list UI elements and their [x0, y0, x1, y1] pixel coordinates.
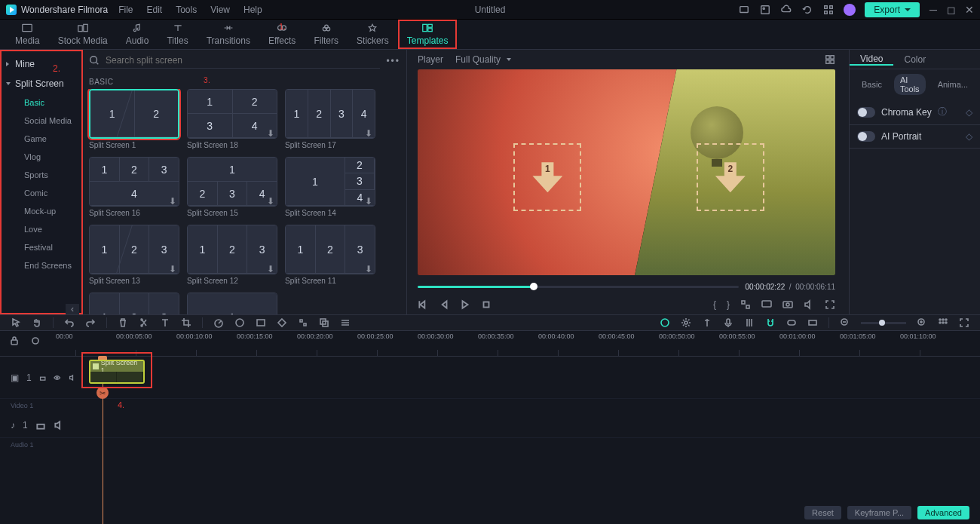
template-thumb[interactable]: 1234⬇ Split Screen 18 [187, 89, 277, 149]
keyframe-icon[interactable] [277, 317, 287, 328]
refresh-icon[interactable] [801, 4, 813, 16]
more-icon[interactable]: ••• [386, 56, 400, 66]
grid-mode-icon[interactable] [825, 54, 835, 65]
minimize-icon[interactable]: ─ [929, 5, 938, 14]
text-icon[interactable] [160, 317, 170, 328]
lock-icon[interactable] [9, 336, 20, 346]
timeline-ruler[interactable]: 00:0000:00:05:0000:00:10:0000:00:15:0000… [0, 331, 980, 357]
ai-icon[interactable] [660, 317, 670, 328]
ribbon-templates[interactable]: Templates [398, 20, 458, 49]
maximize-icon[interactable]: ◻ [947, 5, 956, 14]
subtab-aitools[interactable]: AI Tools [894, 74, 926, 95]
color-icon[interactable] [234, 317, 245, 328]
sync-icon[interactable] [30, 336, 41, 346]
lock-icon[interactable] [35, 420, 46, 431]
crop-mode-icon[interactable] [740, 299, 751, 310]
group-icon[interactable] [319, 317, 329, 328]
snapshot-icon[interactable] [782, 299, 793, 310]
hand-icon[interactable] [32, 317, 42, 328]
toggle[interactable] [857, 131, 875, 142]
sidebar-cat-game[interactable]: Game [0, 130, 82, 148]
speed-icon[interactable] [213, 317, 224, 328]
lock-icon[interactable] [39, 372, 46, 383]
ribbon-filters[interactable]: Filters [305, 20, 348, 49]
cloud-icon[interactable] [780, 4, 792, 16]
sidebar-splitscreen[interactable]: Split Screen [0, 74, 82, 93]
mixer-icon[interactable] [744, 317, 755, 328]
tracks-area[interactable]: ✂ 4. ▣ 1 Split Screen 1 Video 1 ♪ 1 [0, 357, 980, 524]
template-thumb[interactable]: 123 [89, 293, 179, 314]
magnet-icon[interactable] [765, 317, 776, 328]
favorite-icon[interactable]: ◇ [966, 107, 972, 118]
sidebar-mine[interactable]: Mine [0, 54, 82, 74]
eye-icon[interactable] [54, 372, 60, 383]
brace-close-icon[interactable]: } [727, 299, 730, 310]
menu-view[interactable]: View [210, 5, 230, 15]
maximize-timeline-icon[interactable] [959, 317, 969, 328]
sidebar-cat-vlog[interactable]: Vlog [0, 148, 82, 166]
drop-marker-2[interactable]: 2 [697, 143, 764, 211]
ribbon-titles[interactable]: Titles [158, 20, 197, 49]
play-icon[interactable] [460, 299, 470, 310]
favorite-icon[interactable]: ◇ [966, 131, 972, 142]
delete-icon[interactable] [118, 317, 128, 328]
zoom-in-icon[interactable] [917, 317, 927, 328]
brace-open-icon[interactable]: { [713, 299, 716, 310]
template-thumb[interactable]: 12 Split Screen 1 [89, 89, 179, 149]
advanced-button[interactable]: Advanced [917, 506, 969, 519]
ribbon-media[interactable]: Media [6, 20, 49, 49]
sidebar-cat-basic[interactable]: Basic [0, 93, 82, 112]
screen-icon[interactable] [738, 4, 750, 16]
drop-marker-1[interactable]: 1 [513, 143, 581, 211]
reset-button[interactable]: Reset [804, 506, 841, 519]
mute-icon[interactable] [69, 372, 75, 383]
video-track-head[interactable]: ▣ 1 [0, 372, 75, 383]
mute-icon[interactable] [54, 420, 64, 431]
template-thumb[interactable]: 1 [187, 293, 277, 314]
menu-tools[interactable]: Tools [176, 5, 197, 15]
stop-icon[interactable] [481, 299, 492, 310]
menu-help[interactable]: Help [243, 5, 262, 15]
pointer-icon[interactable] [11, 317, 21, 328]
sidebar-collapse-icon[interactable]: ‹ [66, 304, 79, 314]
subtab-basic[interactable]: Basic [856, 78, 888, 90]
prop-chroma-key[interactable]: Chroma Key ⓘ ◇ [850, 100, 980, 125]
ribbon-stock-media[interactable]: Stock Media [49, 20, 117, 49]
track-icon[interactable] [340, 317, 351, 328]
sidebar-cat-social[interactable]: Social Media [0, 112, 82, 130]
tab-video[interactable]: Video [850, 54, 893, 66]
quality-select[interactable]: Full Quality [455, 54, 511, 65]
prev-frame-icon[interactable] [418, 299, 428, 310]
subtab-animation[interactable]: Anima... [932, 78, 974, 90]
avatar[interactable] [844, 4, 856, 16]
volume-icon[interactable] [804, 299, 814, 310]
close-icon[interactable]: ✕ [965, 5, 974, 14]
fullscreen-icon[interactable] [825, 299, 835, 310]
sidebar-cat-love[interactable]: Love [0, 220, 82, 238]
apps-icon[interactable] [822, 4, 835, 16]
ribbon-transitions[interactable]: Transitions [198, 20, 259, 49]
ribbon-audio[interactable]: Audio [117, 20, 158, 49]
menu-file[interactable]: File [118, 5, 133, 15]
tab-color[interactable]: Color [893, 54, 936, 65]
template-thumb[interactable]: 123⬇ Split Screen 13 [89, 225, 179, 285]
crop-icon[interactable] [181, 317, 191, 328]
prop-ai-portrait[interactable]: AI Portrait ◇ [850, 125, 980, 149]
sidebar-cat-festival[interactable]: Festival [0, 238, 82, 256]
link-icon[interactable] [786, 317, 797, 328]
template-thumb[interactable]: 1234⬇ Split Screen 16 [89, 157, 179, 217]
template-thumb[interactable]: 1234⬇ Split Screen 14 [285, 157, 375, 217]
sidebar-cat-endscreens[interactable]: End Screens [0, 256, 82, 274]
marker-icon[interactable] [702, 317, 712, 328]
search-input[interactable] [89, 53, 380, 69]
audio-track-head[interactable]: ♪ 1 [0, 420, 75, 431]
info-icon[interactable]: ⓘ [938, 106, 947, 118]
template-thumb[interactable]: 1234⬇ Split Screen 15 [187, 157, 277, 217]
layout-icon[interactable] [938, 317, 948, 328]
sidebar-cat-comic[interactable]: Comic [0, 184, 82, 202]
export-button[interactable]: Export [865, 2, 920, 17]
undo-icon[interactable] [64, 317, 75, 328]
play-reverse-icon[interactable] [439, 299, 449, 310]
transform-icon[interactable] [298, 317, 308, 328]
keyframe-panel-button[interactable]: Keyframe P... [847, 506, 911, 519]
